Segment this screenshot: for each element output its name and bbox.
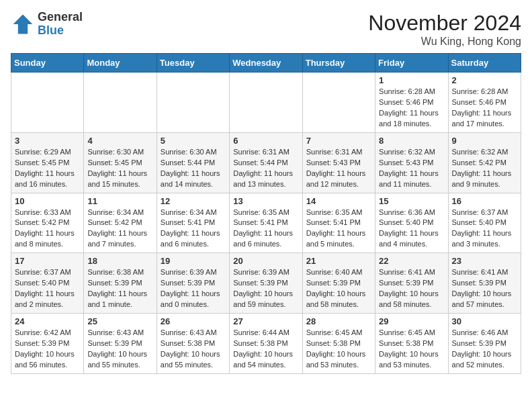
calendar-cell: 3Sunrise: 6:29 AMSunset: 5:45 PMDaylight… (11, 132, 84, 193)
day-number: 27 (233, 316, 298, 326)
day-number: 4 (87, 136, 152, 146)
day-number: 1 (379, 75, 444, 85)
day-number: 11 (87, 196, 152, 206)
calendar-cell: 7Sunrise: 6:31 AMSunset: 5:43 PMDaylight… (302, 132, 375, 193)
day-number: 30 (452, 316, 517, 326)
day-number: 12 (161, 196, 226, 206)
calendar-cell: 27Sunrise: 6:44 AMSunset: 5:38 PMDayligh… (230, 314, 302, 374)
day-info: Sunrise: 6:42 AMSunset: 5:39 PMDaylight:… (15, 328, 80, 371)
calendar-cell: 8Sunrise: 6:32 AMSunset: 5:43 PMDaylight… (375, 132, 448, 193)
day-number: 14 (306, 196, 371, 206)
day-number: 6 (233, 136, 298, 146)
calendar-header-row: SundayMondayTuesdayWednesdayThursdayFrid… (11, 54, 521, 73)
day-number: 25 (87, 316, 152, 326)
calendar-cell: 22Sunrise: 6:41 AMSunset: 5:39 PMDayligh… (375, 253, 448, 314)
calendar-cell: 20Sunrise: 6:39 AMSunset: 5:39 PMDayligh… (230, 253, 302, 314)
day-info: Sunrise: 6:39 AMSunset: 5:39 PMDaylight:… (233, 267, 298, 310)
day-number: 13 (233, 196, 298, 206)
day-info: Sunrise: 6:34 AMSunset: 5:41 PMDaylight:… (161, 208, 226, 250)
calendar-cell (84, 73, 157, 133)
day-number: 8 (379, 136, 444, 146)
calendar-week-row: 3Sunrise: 6:29 AMSunset: 5:45 PMDaylight… (11, 132, 521, 193)
calendar-cell: 21Sunrise: 6:40 AMSunset: 5:39 PMDayligh… (302, 253, 375, 314)
calendar-table: SundayMondayTuesdayWednesdayThursdayFrid… (11, 53, 521, 374)
col-header-wednesday: Wednesday (230, 54, 302, 73)
day-info: Sunrise: 6:31 AMSunset: 5:44 PMDaylight:… (233, 147, 298, 190)
day-info: Sunrise: 6:32 AMSunset: 5:42 PMDaylight:… (452, 147, 517, 190)
calendar-cell: 11Sunrise: 6:34 AMSunset: 5:42 PMDayligh… (84, 193, 157, 253)
day-number: 22 (379, 256, 444, 266)
day-info: Sunrise: 6:46 AMSunset: 5:39 PMDaylight:… (452, 328, 517, 371)
day-number: 2 (452, 75, 517, 85)
calendar-cell: 6Sunrise: 6:31 AMSunset: 5:44 PMDaylight… (230, 132, 302, 193)
page-header: General Blue November 2024 Wu King, Hong… (11, 11, 521, 48)
calendar-week-row: 10Sunrise: 6:33 AMSunset: 5:42 PMDayligh… (11, 193, 521, 253)
day-info: Sunrise: 6:30 AMSunset: 5:44 PMDaylight:… (161, 147, 226, 190)
calendar-cell: 24Sunrise: 6:42 AMSunset: 5:39 PMDayligh… (11, 314, 84, 374)
month-title: November 2024 (368, 11, 521, 36)
title-block: November 2024 Wu King, Hong Kong (368, 11, 521, 48)
col-header-tuesday: Tuesday (157, 54, 229, 73)
col-header-friday: Friday (375, 54, 448, 73)
day-number: 3 (15, 136, 80, 146)
day-number: 21 (306, 256, 371, 266)
day-info: Sunrise: 6:31 AMSunset: 5:43 PMDaylight:… (306, 147, 371, 190)
day-number: 7 (306, 136, 371, 146)
calendar-week-row: 1Sunrise: 6:28 AMSunset: 5:46 PMDaylight… (11, 73, 521, 133)
calendar-cell: 12Sunrise: 6:34 AMSunset: 5:41 PMDayligh… (157, 193, 229, 253)
day-info: Sunrise: 6:36 AMSunset: 5:40 PMDaylight:… (379, 208, 444, 250)
day-info: Sunrise: 6:32 AMSunset: 5:43 PMDaylight:… (379, 147, 444, 190)
calendar-cell: 26Sunrise: 6:43 AMSunset: 5:38 PMDayligh… (157, 314, 229, 374)
day-number: 29 (379, 316, 444, 326)
day-number: 17 (15, 256, 80, 266)
logo: General Blue (11, 11, 83, 38)
calendar-cell: 10Sunrise: 6:33 AMSunset: 5:42 PMDayligh… (11, 193, 84, 253)
calendar-cell: 13Sunrise: 6:35 AMSunset: 5:41 PMDayligh… (230, 193, 302, 253)
calendar-cell: 30Sunrise: 6:46 AMSunset: 5:39 PMDayligh… (448, 314, 521, 374)
day-number: 24 (15, 316, 80, 326)
location-subtitle: Wu King, Hong Kong (368, 36, 521, 48)
day-info: Sunrise: 6:33 AMSunset: 5:42 PMDaylight:… (15, 208, 80, 250)
calendar-cell: 17Sunrise: 6:37 AMSunset: 5:40 PMDayligh… (11, 253, 84, 314)
calendar-cell: 1Sunrise: 6:28 AMSunset: 5:46 PMDaylight… (375, 73, 448, 133)
day-info: Sunrise: 6:45 AMSunset: 5:38 PMDaylight:… (306, 328, 371, 371)
day-info: Sunrise: 6:28 AMSunset: 5:46 PMDaylight:… (379, 87, 444, 130)
calendar-cell: 29Sunrise: 6:45 AMSunset: 5:38 PMDayligh… (375, 314, 448, 374)
day-info: Sunrise: 6:39 AMSunset: 5:39 PMDaylight:… (161, 267, 226, 310)
day-info: Sunrise: 6:44 AMSunset: 5:38 PMDaylight:… (233, 328, 298, 371)
calendar-cell: 15Sunrise: 6:36 AMSunset: 5:40 PMDayligh… (375, 193, 448, 253)
day-info: Sunrise: 6:34 AMSunset: 5:42 PMDaylight:… (87, 208, 152, 250)
day-number: 28 (306, 316, 371, 326)
day-info: Sunrise: 6:40 AMSunset: 5:39 PMDaylight:… (306, 267, 371, 310)
day-info: Sunrise: 6:37 AMSunset: 5:40 PMDaylight:… (452, 208, 517, 250)
calendar-cell: 28Sunrise: 6:45 AMSunset: 5:38 PMDayligh… (302, 314, 375, 374)
day-number: 20 (233, 256, 298, 266)
day-info: Sunrise: 6:43 AMSunset: 5:38 PMDaylight:… (161, 328, 226, 371)
logo-blue-text: Blue (38, 24, 64, 37)
day-number: 19 (161, 256, 226, 266)
day-number: 18 (87, 256, 152, 266)
day-info: Sunrise: 6:45 AMSunset: 5:38 PMDaylight:… (379, 328, 444, 371)
day-info: Sunrise: 6:41 AMSunset: 5:39 PMDaylight:… (379, 267, 444, 310)
day-info: Sunrise: 6:30 AMSunset: 5:45 PMDaylight:… (87, 147, 152, 190)
day-info: Sunrise: 6:43 AMSunset: 5:39 PMDaylight:… (87, 328, 152, 371)
day-number: 5 (161, 136, 226, 146)
calendar-cell (302, 73, 375, 133)
calendar-cell (157, 73, 229, 133)
calendar-cell: 25Sunrise: 6:43 AMSunset: 5:39 PMDayligh… (84, 314, 157, 374)
calendar-cell (11, 73, 84, 133)
day-info: Sunrise: 6:38 AMSunset: 5:39 PMDaylight:… (87, 267, 152, 310)
col-header-thursday: Thursday (302, 54, 375, 73)
logo-general-text: General (38, 10, 83, 24)
calendar-week-row: 17Sunrise: 6:37 AMSunset: 5:40 PMDayligh… (11, 253, 521, 314)
calendar-week-row: 24Sunrise: 6:42 AMSunset: 5:39 PMDayligh… (11, 314, 521, 374)
calendar-cell: 14Sunrise: 6:35 AMSunset: 5:41 PMDayligh… (302, 193, 375, 253)
day-info: Sunrise: 6:35 AMSunset: 5:41 PMDaylight:… (233, 208, 298, 250)
col-header-saturday: Saturday (448, 54, 521, 73)
day-info: Sunrise: 6:35 AMSunset: 5:41 PMDaylight:… (306, 208, 371, 250)
day-number: 9 (452, 136, 517, 146)
day-number: 23 (452, 256, 517, 266)
calendar-cell: 19Sunrise: 6:39 AMSunset: 5:39 PMDayligh… (157, 253, 229, 314)
day-number: 15 (379, 196, 444, 206)
day-info: Sunrise: 6:29 AMSunset: 5:45 PMDaylight:… (15, 147, 80, 190)
